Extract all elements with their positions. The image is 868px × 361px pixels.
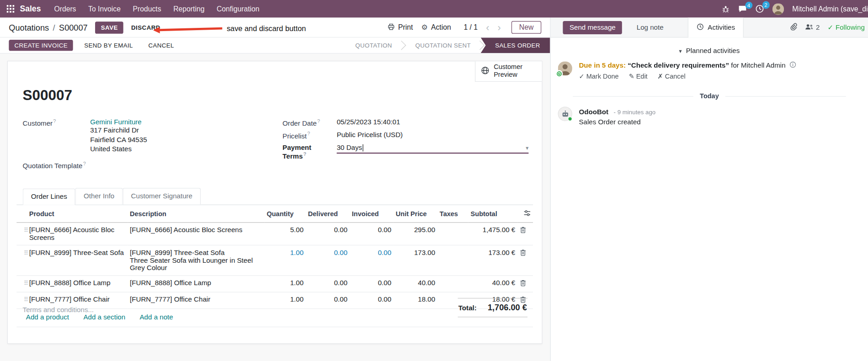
cell-quantity[interactable]: 5.00: [265, 223, 306, 245]
menu-configuration[interactable]: Configuration: [217, 5, 260, 13]
add-product-link[interactable]: Add a product: [26, 313, 69, 321]
main-panel: Quotations / S00007 SAVE DISCARD Print ⚙…: [0, 18, 550, 361]
activity-item: Due in 5 days: “Check delivery requireme…: [551, 61, 868, 80]
user-menu[interactable]: Mitchell Admin (save_discar: [792, 5, 868, 13]
bug-icon[interactable]: [722, 5, 730, 13]
order-date-value[interactable]: 05/25/2023 15:40:01: [337, 118, 400, 126]
drag-handle-icon[interactable]: ⠿: [24, 227, 28, 234]
cell-unit-price[interactable]: 40.00: [394, 276, 437, 292]
create-invoice-button[interactable]: CREATE INVOICE: [9, 40, 73, 51]
delete-row-icon[interactable]: [520, 279, 527, 289]
cell-description[interactable]: [FURN_8999] Three-Seat SofaThree Seater …: [128, 245, 264, 276]
table-row: ⠿ [FURN_6666] Acoustic Bloc Screens [FUR…: [16, 223, 533, 245]
cell-taxes[interactable]: [437, 276, 469, 292]
add-section-link[interactable]: Add a section: [83, 313, 125, 321]
menu-products[interactable]: Products: [133, 5, 161, 13]
cell-unit-price[interactable]: 295.00: [394, 223, 437, 245]
activity-summary: “Check delivery requirements”: [628, 61, 729, 69]
tab-customer-signature[interactable]: Customer Signature: [122, 188, 201, 204]
pager-next-icon[interactable]: ›: [498, 22, 501, 32]
followers-button[interactable]: 2: [805, 23, 820, 32]
action-button[interactable]: ⚙ Action: [421, 23, 451, 32]
info-icon[interactable]: [790, 62, 797, 69]
cancel-activity-button[interactable]: ✗ Cancel: [657, 72, 685, 80]
date-separator: Today: [573, 92, 846, 100]
pricelist-value[interactable]: Public Pricelist (USD): [337, 131, 403, 139]
planned-activities-toggle[interactable]: ▾ Planned activities: [551, 44, 868, 61]
col-unit-price: Unit Price: [394, 205, 437, 223]
cancel-button[interactable]: CANCEL: [144, 40, 179, 51]
tab-other-info[interactable]: Other Info: [75, 188, 123, 204]
send-message-button[interactable]: Send message: [563, 21, 622, 34]
edit-activity-button[interactable]: ✎ Edit: [628, 72, 647, 80]
payment-terms-input[interactable]: 30 Days ▾: [337, 144, 529, 154]
state-quotation-sent[interactable]: QUOTATION SENT: [402, 37, 480, 53]
app-name[interactable]: Sales: [20, 5, 41, 13]
dropdown-caret-icon[interactable]: ▾: [526, 145, 528, 151]
cell-subtotal: 40.00 €: [469, 276, 517, 292]
cell-product[interactable]: [FURN_6666] Acoustic Bloc Screens: [27, 223, 128, 245]
cell-delivered[interactable]: 0.00: [306, 276, 350, 292]
cell-taxes[interactable]: [437, 245, 469, 276]
cell-description[interactable]: [FURN_7777] Office Chair: [128, 292, 264, 308]
cell-taxes[interactable]: [437, 223, 469, 245]
terms-placeholder[interactable]: Terms and conditions...: [23, 306, 94, 314]
cell-delivered[interactable]: 0.00: [306, 245, 350, 276]
drag-handle-icon[interactable]: ⠿: [24, 280, 28, 287]
cell-quantity[interactable]: 1.00: [265, 245, 306, 276]
check-icon: ✓: [579, 72, 584, 80]
order-date-label: Order Date?: [282, 118, 337, 127]
save-button[interactable]: SAVE: [96, 21, 123, 34]
apps-grid-icon[interactable]: [7, 5, 15, 13]
activities-clock-icon[interactable]: 2: [755, 5, 764, 13]
customer-link[interactable]: Gemini Furniture: [90, 118, 142, 126]
following-button[interactable]: ✓ Following: [827, 23, 864, 32]
add-note-link[interactable]: Add a note: [140, 313, 173, 321]
pager-previous-icon[interactable]: ‹: [486, 22, 489, 32]
payment-terms-label: Payment Terms?: [282, 144, 337, 160]
cell-delivered[interactable]: 0.00: [306, 223, 350, 245]
state-quotation[interactable]: QUOTATION: [342, 37, 402, 53]
cell-invoiced[interactable]: 0.00: [350, 292, 394, 308]
activities-tab[interactable]: Activities: [688, 17, 744, 37]
cell-unit-price[interactable]: 173.00: [394, 245, 437, 276]
tab-order-lines[interactable]: Order Lines: [23, 189, 75, 205]
delete-row-icon[interactable]: [520, 249, 527, 259]
breadcrumb-quotations[interactable]: Quotations: [9, 23, 49, 32]
cell-product[interactable]: [FURN_8999] Three-Seat Sofa: [27, 245, 128, 276]
cell-description[interactable]: [FURN_8888] Office Lamp: [128, 276, 264, 292]
log-note-button[interactable]: Log note: [637, 23, 664, 31]
customer-preview-button[interactable]: Customer Preview: [475, 61, 542, 82]
cell-delivered[interactable]: 0.00: [306, 292, 350, 308]
delete-row-icon[interactable]: [520, 226, 527, 236]
new-button[interactable]: New: [511, 21, 541, 34]
print-button[interactable]: Print: [388, 23, 413, 32]
cell-description[interactable]: [FURN_6666] Acoustic Bloc Screens: [128, 223, 264, 245]
customer-label: Customer?: [23, 118, 91, 127]
table-row: ⠿ [FURN_8888] Office Lamp [FURN_8888] Of…: [16, 276, 533, 292]
user-avatar[interactable]: [772, 3, 784, 15]
date-separator-label: Today: [700, 92, 719, 100]
notebook-tabs: Order Lines Other Info Customer Signatur…: [16, 188, 533, 205]
state-sales-order[interactable]: SALES ORDER: [481, 37, 550, 53]
cell-quantity[interactable]: 1.00: [265, 292, 306, 308]
optional-columns-icon[interactable]: [523, 210, 531, 218]
chatter-thread: ▾ Planned activities Due in 5 days: “Che…: [551, 37, 868, 133]
message-author[interactable]: OdooBot: [579, 108, 608, 116]
mark-done-button[interactable]: ✓ Mark Done: [579, 72, 618, 80]
menu-reporting[interactable]: Reporting: [173, 5, 204, 13]
menu-orders[interactable]: Orders: [54, 5, 76, 13]
cell-unit-price[interactable]: 18.00: [394, 292, 437, 308]
drag-handle-icon[interactable]: ⠿: [24, 297, 28, 303]
order-lines-table: Product Description Quantity Delivered I…: [16, 205, 533, 327]
cell-product[interactable]: [FURN_8888] Office Lamp: [27, 276, 128, 292]
menu-to-invoice[interactable]: To Invoice: [88, 5, 121, 13]
cell-invoiced[interactable]: 0.00: [350, 223, 394, 245]
send-by-email-button[interactable]: SEND BY EMAIL: [80, 40, 138, 51]
cell-invoiced[interactable]: 0.00: [350, 276, 394, 292]
cell-invoiced[interactable]: 0.00: [350, 245, 394, 276]
messages-icon[interactable]: 4: [738, 5, 747, 13]
paperclip-icon[interactable]: [789, 22, 797, 32]
cell-quantity[interactable]: 1.00: [265, 276, 306, 292]
drag-handle-icon[interactable]: ⠿: [24, 250, 28, 256]
